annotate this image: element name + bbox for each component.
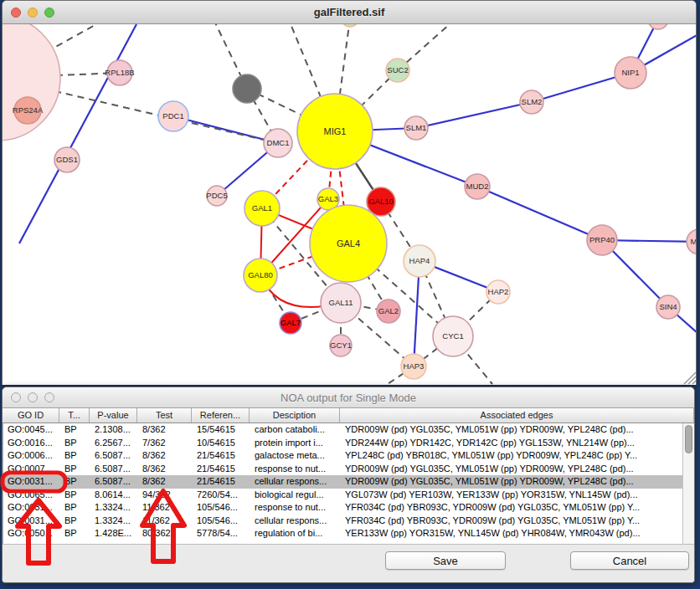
network-node-PDC5[interactable] (207, 186, 227, 206)
network-node-MIG1[interactable] (297, 94, 373, 169)
network-node-HAP2[interactable] (486, 280, 510, 304)
table-cell: 8/362 (138, 475, 193, 489)
table-cell: GO:0007... (3, 463, 60, 476)
network-edge[interactable] (416, 102, 532, 128)
close-button[interactable] (11, 8, 21, 18)
table-cell: YDR244W (pp) YDR142C, YDR142C (pp) YGL15… (341, 437, 682, 450)
table-cell: carbon cataboli... (250, 423, 341, 437)
column-header-desciption[interactable]: Desciption (250, 408, 340, 423)
table-cell: 21/54615 (193, 463, 250, 476)
table-cell: GO:0045... (3, 423, 60, 437)
column-header-pvalue[interactable]: P-value (90, 408, 137, 423)
table-cell: 7/362 (138, 437, 193, 450)
network-node-HAP4[interactable] (404, 245, 435, 277)
table-row[interactable]: GO:0016...BP6.2567...7/36210/54615protei… (3, 437, 682, 450)
output-traffic-lights (11, 392, 54, 402)
table-cell: 6.5087... (90, 449, 138, 463)
table-cell: 6.5087... (90, 475, 138, 489)
table-cell: 94/362 (138, 489, 193, 502)
table-cell: BP (60, 515, 90, 528)
table-cell: biological regul... (250, 489, 341, 502)
table-cell: 21/54615 (193, 449, 250, 463)
table-cell: YFR034C (pd) YBR093C, YDR009W (pd) YGL03… (341, 501, 682, 515)
table-cell: 21/54615 (193, 475, 250, 489)
network-node-GAL4[interactable] (310, 205, 387, 282)
network-node-PDC1[interactable] (158, 101, 188, 131)
network-node-RPS24A[interactable] (14, 97, 41, 124)
network-node-PRP40[interactable] (587, 225, 617, 255)
network-node-GAL11[interactable] (321, 283, 361, 323)
table-cell: GO:0031... (3, 515, 60, 528)
network-node-SLM2[interactable] (520, 90, 543, 114)
table-cell: 11/362 (138, 501, 193, 515)
table-header[interactable]: GO IDT...P-valueTestReferen...Desciption… (3, 408, 694, 423)
output-window-title: NOA output for Single Mode (3, 392, 694, 404)
network-node-gray-node[interactable] (233, 74, 261, 103)
network-node-SUC2[interactable] (386, 59, 409, 82)
network-node-GAL2[interactable] (377, 300, 400, 323)
table-row[interactable]: GO:0050...BP1.428E...80/3625778/54...reg… (3, 527, 682, 540)
table-row[interactable]: GO:0006...BP6.5087...8/36221/54615galact… (3, 449, 682, 463)
minimize-button-inactive[interactable] (28, 392, 38, 402)
table-cell: 105/546... (193, 501, 250, 515)
scrollbar-thumb[interactable] (685, 425, 692, 453)
network-node-MUD2[interactable] (465, 174, 490, 199)
network-node-NIP1[interactable] (615, 57, 646, 89)
save-button[interactable]: Save (385, 551, 506, 570)
network-node-GAL1[interactable] (244, 191, 280, 226)
table-cell: YFR034C (pd) YBR093C, YDR009W (pd) YGL03… (341, 515, 682, 528)
network-node-top-green[interactable] (342, 24, 358, 27)
table-cell: regulation of bi... (250, 527, 341, 540)
table-cell: 7260/54... (193, 489, 250, 502)
network-node-SIN4[interactable] (656, 295, 680, 319)
column-header-associatededges[interactable]: Associated edges (340, 408, 694, 423)
table-row[interactable]: GO:0045...BP2.1308...8/36215/54615carbon… (3, 423, 682, 437)
network-node-SLM1[interactable] (404, 116, 428, 140)
main-window-titlebar[interactable]: galFiltered.sif (3, 1, 696, 24)
output-window-titlebar[interactable]: NOA output for Single Mode (3, 387, 694, 408)
table-row[interactable]: GO:0065...BP8.0614...94/3627260/54...bio… (3, 489, 682, 502)
network-node-RPL18B[interactable] (107, 60, 132, 85)
table-cell: 5778/54... (193, 527, 250, 540)
table-cell: 8/362 (138, 423, 193, 437)
network-node-DMC1[interactable] (264, 129, 292, 157)
table-cell: GO:0031... (3, 501, 60, 515)
network-node-GDS1[interactable] (54, 147, 80, 172)
table-cell: 8/362 (138, 463, 193, 476)
table-cell: 105/546... (193, 515, 250, 528)
cancel-button[interactable]: Cancel (570, 551, 689, 570)
network-node-GAL80[interactable] (244, 259, 277, 292)
minimize-button[interactable] (28, 8, 38, 18)
table-cell: 8/362 (138, 449, 193, 463)
network-canvas[interactable]: RPL18BRPS24AGDS1PDC1DMC1MIG1SUC2SLM1SLM2… (3, 24, 696, 385)
table-cell: YPL248C (pd) YBR018C, YML051W (pp) YDR00… (341, 449, 682, 463)
table-cell: 2.1308... (90, 423, 138, 437)
table-cell: 1.3324... (90, 515, 138, 528)
column-header-referen[interactable]: Referen... (192, 408, 250, 423)
main-window-title: galFiltered.sif (3, 6, 696, 18)
zoom-button[interactable] (44, 8, 54, 18)
table-scrollbar[interactable] (682, 423, 694, 544)
traffic-lights (11, 8, 54, 18)
network-node-GAL7[interactable] (280, 312, 301, 334)
close-button-inactive[interactable] (11, 392, 21, 402)
network-edge[interactable] (477, 187, 602, 240)
column-header-test[interactable]: Test (137, 408, 192, 423)
zoom-button-inactive[interactable] (44, 392, 54, 402)
table-cell: BP (60, 501, 90, 515)
table-row[interactable]: GO:0031...BP6.5087...8/36221/54615cellul… (3, 475, 682, 489)
column-header-t[interactable]: T... (59, 408, 90, 423)
table-body: GO:0045...BP2.1308...8/36215/54615carbon… (3, 423, 682, 544)
network-node-HAP3[interactable] (401, 354, 426, 379)
network-node-MSN[interactable] (687, 229, 696, 254)
table-cell: BP (60, 449, 90, 463)
network-node-GCY1[interactable] (330, 335, 352, 356)
table-row[interactable]: GO:0007...BP6.5087...8/36221/54615respon… (3, 463, 682, 476)
column-header-goid[interactable]: GO ID (3, 408, 59, 423)
network-node-top-pink[interactable] (648, 24, 668, 29)
table-row[interactable]: GO:0031...BP1.3324...11/362105/546...res… (3, 501, 682, 515)
table-row[interactable]: GO:0031...BP1.3324...11/362105/546...cel… (3, 515, 682, 528)
network-node-CYC1[interactable] (433, 316, 473, 356)
table-cell: 6.2567... (90, 437, 138, 450)
table-cell: BP (60, 423, 90, 437)
